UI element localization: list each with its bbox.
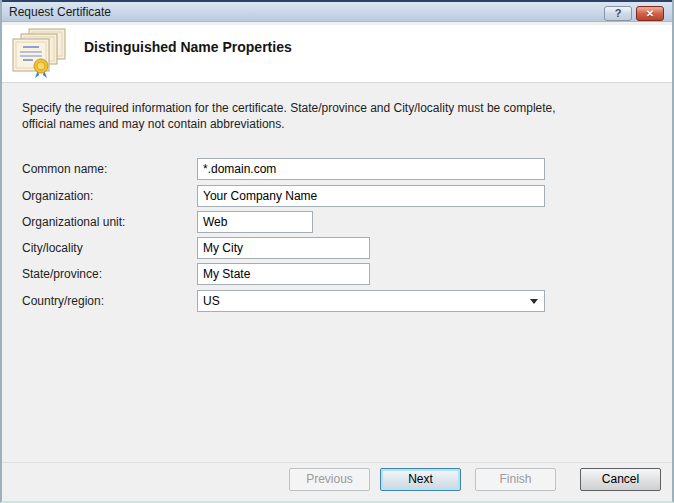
common-name-label: Common name:: [22, 162, 107, 176]
next-button[interactable]: Next: [380, 468, 461, 491]
footer-divider: [2, 462, 672, 463]
close-icon: ✕: [646, 8, 654, 19]
finish-button[interactable]: Finish: [475, 468, 556, 491]
country-region-label: Country/region:: [22, 294, 104, 308]
titlebar[interactable]: Request Certificate ? ✕: [2, 0, 672, 22]
organization-label: Organization:: [22, 189, 93, 203]
page-title: Distinguished Name Properties: [84, 39, 292, 55]
state-province-input[interactable]: [197, 263, 370, 285]
organization-input[interactable]: [197, 185, 545, 207]
previous-button[interactable]: Previous: [289, 468, 370, 491]
wizard-header: Distinguished Name Properties: [2, 25, 672, 83]
description-text: Specify the required information for the…: [22, 100, 622, 132]
city-locality-input[interactable]: [197, 237, 370, 259]
city-locality-label: City/locality: [22, 241, 83, 255]
chevron-down-icon: [530, 299, 538, 304]
help-button[interactable]: ?: [604, 6, 632, 21]
country-region-value: US: [203, 294, 220, 308]
common-name-input[interactable]: [197, 158, 545, 180]
close-button[interactable]: ✕: [636, 6, 664, 21]
organizational-unit-label: Organizational unit:: [22, 215, 125, 229]
cancel-button[interactable]: Cancel: [580, 468, 661, 491]
organizational-unit-input[interactable]: [197, 211, 313, 233]
certificates-icon: [11, 28, 67, 84]
request-certificate-dialog: Request Certificate ? ✕: [0, 0, 674, 503]
window-title: Request Certificate: [9, 5, 111, 19]
description-line-2: official names and may not contain abbre…: [22, 116, 622, 132]
country-region-select[interactable]: US: [197, 290, 545, 312]
state-province-label: State/province:: [22, 267, 102, 281]
description-line-1: Specify the required information for the…: [22, 100, 622, 116]
help-icon: ?: [615, 7, 622, 19]
